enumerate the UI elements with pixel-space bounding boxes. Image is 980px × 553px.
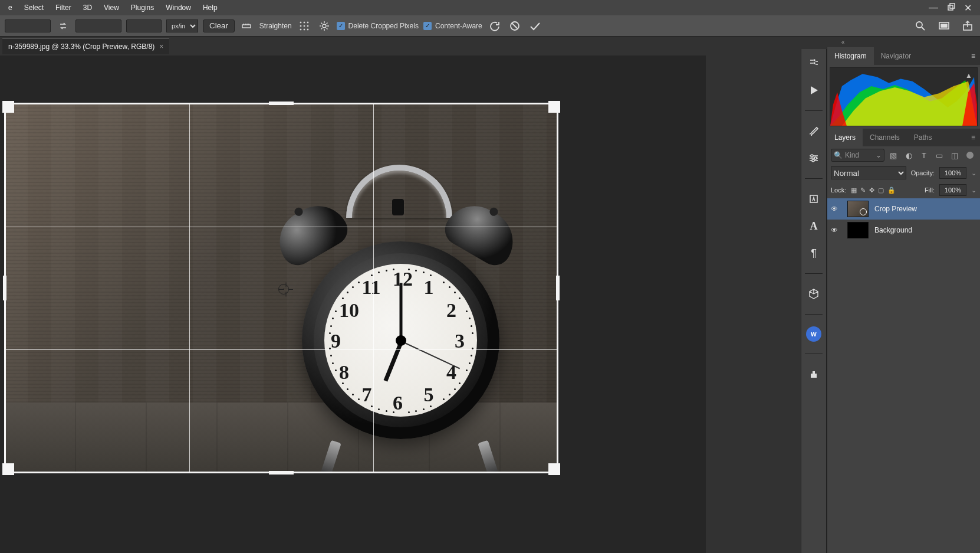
menu-3d[interactable]: 3D [77,4,98,12]
glyphs-icon[interactable]: A [805,218,822,234]
clock-numeral: 1 [424,276,434,299]
layer-row[interactable]: 👁 Crop Preview [827,198,980,220]
lock-artboard-icon[interactable]: ▢ [878,186,884,194]
clock-numeral: 6 [393,392,403,414]
menu-help[interactable]: Help [197,4,223,12]
menu-select[interactable]: Select [18,4,50,12]
collapsed-panels-strip: A ¶ w [801,49,827,553]
layer-visibility-icon[interactable]: 👁 [831,226,841,234]
layer-list: 👁 Crop Preview 👁 Background [827,198,980,241]
layer-thumbnail[interactable] [847,201,869,217]
paragraph-icon[interactable]: ¶ [805,245,822,261]
filter-shape-icon[interactable]: ▭ [933,149,946,162]
layer-thumbnail[interactable] [847,222,869,238]
share-icon[interactable] [960,18,975,34]
delete-cropped-pixels-label: Delete Cropped Pixels [348,22,419,30]
canvas-workspace[interactable]: 121234567891011 [0,55,706,553]
clock-numeral: 10 [339,299,359,322]
svg-point-20 [811,155,813,157]
close-icon[interactable]: ✕ [964,2,972,14]
minimize-icon[interactable]: — [929,2,938,13]
svg-point-7 [304,25,305,27]
layer-filter-kind[interactable]: 🔍 Kind ⌄ [831,149,884,162]
crop-width-input[interactable] [5,19,51,32]
screen-mode-icon[interactable] [936,18,952,34]
menu-truncated[interactable]: e [2,4,18,12]
right-panels: Histogram Navigator ≡ ▲ Layers Channels … [827,47,980,553]
histogram-panel-menu-icon[interactable]: ≡ [966,52,980,60]
histogram-panel-tabs: Histogram Navigator ≡ [827,47,980,65]
lock-position-icon[interactable]: ✥ [869,186,874,194]
properties-icon[interactable] [805,55,822,71]
svg-point-3 [300,22,301,23]
crop-height-input[interactable] [75,19,121,32]
tab-paths[interactable]: Paths [907,129,939,146]
layer-visibility-icon[interactable]: 👁 [831,205,841,213]
clock-numeral: 7 [362,384,372,406]
svg-point-12 [323,24,326,28]
reset-crop-icon[interactable] [487,18,502,34]
menu-filter[interactable]: Filter [50,4,77,12]
character-icon[interactable] [805,191,822,207]
svg-point-5 [307,22,308,23]
content-aware-checkbox[interactable]: ✓ Content-Aware [423,22,482,30]
lock-pixels-icon[interactable]: ✎ [860,186,866,194]
crop-cursor-icon [277,283,290,296]
clear-button[interactable]: Clear [203,19,235,32]
crop-unit-select[interactable]: px/in [166,19,198,32]
layer-row[interactable]: 👁 Background [827,220,980,241]
delete-cropped-pixels-checkbox[interactable]: ✓ Delete Cropped Pixels [337,22,419,30]
adjustments-icon[interactable] [805,150,822,166]
document-tab[interactable]: n-359989.jpg @ 33.3% (Crop Preview, RGB/… [2,38,169,54]
crop-overlay-options-icon[interactable] [297,18,312,34]
crop-resolution-input[interactable] [126,19,162,32]
lock-transparency-icon[interactable]: ▦ [851,186,857,194]
blend-mode-select[interactable]: Normal [831,166,906,179]
swap-dimensions-icon[interactable] [55,18,71,34]
svg-point-11 [307,29,308,30]
filter-toggle[interactable] [963,149,976,162]
filter-smart-icon[interactable]: ◫ [948,149,961,162]
search-icon[interactable] [913,18,928,34]
menu-view[interactable]: View [98,4,125,12]
lock-all-icon[interactable]: 🔒 [887,186,896,194]
3d-cube-icon[interactable] [805,286,822,302]
tab-channels[interactable]: Channels [863,129,907,146]
filter-type-icon[interactable]: T [917,149,930,162]
layers-panel-menu-icon[interactable]: ≡ [966,133,980,142]
straighten-icon[interactable] [239,18,255,34]
histogram-warning-icon[interactable]: ▲ [965,71,972,80]
restore-icon[interactable] [946,2,956,14]
search-icon: 🔍 [834,151,843,159]
play-icon[interactable] [805,82,822,99]
commit-crop-icon[interactable] [527,18,542,34]
tab-histogram[interactable]: Histogram [827,47,874,65]
canvas[interactable]: 121234567891011 [4,103,558,473]
straighten-label: Straighten [259,22,292,30]
svg-point-9 [300,29,301,30]
opacity-label: Opacity: [911,169,935,176]
svg-rect-24 [811,374,817,378]
close-document-icon[interactable]: × [159,42,163,51]
content-aware-label: Content-Aware [435,22,482,30]
tab-layers[interactable]: Layers [827,129,863,146]
options-bar: px/in Clear Straighten ✓ Delete Cropped … [0,15,980,37]
filter-adjust-icon[interactable]: ◐ [902,149,915,162]
svg-point-22 [812,159,814,162]
document-tab-title: n-359989.jpg @ 33.3% (Crop Preview, RGB/… [8,42,154,51]
libraries-w-icon[interactable]: w [806,326,821,342]
menu-window[interactable]: Window [160,4,197,12]
fill-value[interactable]: 100% [939,184,966,196]
opacity-value[interactable]: 100% [939,167,966,179]
lock-label: Lock: [831,186,846,194]
brush-icon[interactable] [805,123,822,139]
menu-plugins[interactable]: Plugins [125,4,160,12]
panel-collapse-handle[interactable]: « [706,37,980,47]
menu-bar: e Select Filter 3D View Plugins Window H… [0,0,980,15]
tab-navigator[interactable]: Navigator [874,47,918,65]
crop-settings-icon[interactable] [317,18,332,34]
filter-pixel-icon[interactable]: ▧ [887,149,900,162]
svg-rect-1 [950,4,955,8]
artboard-icon[interactable] [805,366,822,382]
cancel-crop-icon[interactable] [507,18,522,34]
